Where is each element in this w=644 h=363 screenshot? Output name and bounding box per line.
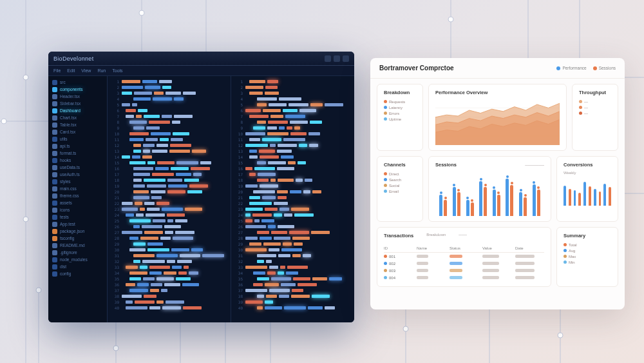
summary-card: Summary TotalAvgMaxMin (556, 227, 618, 287)
menu-item[interactable]: View (81, 68, 91, 73)
bar[interactable] (533, 184, 536, 217)
card-title: Throughput (579, 90, 611, 95)
list-item[interactable]: Direct (384, 171, 416, 177)
minimize-icon[interactable] (325, 55, 331, 62)
bar[interactable] (569, 189, 571, 206)
table-row[interactable]: 002 (384, 260, 544, 267)
table-row[interactable]: 004 (384, 274, 544, 281)
file-tree-item[interactable]: tsconfig (48, 235, 107, 242)
list-item[interactable]: Social (384, 182, 416, 188)
file-tree-item[interactable]: api.ts (48, 142, 107, 150)
file-tree-item[interactable]: App.test (48, 221, 107, 228)
file-tree-item[interactable]: styles (48, 178, 107, 185)
file-tree-item[interactable]: icons (48, 206, 107, 213)
bar[interactable] (583, 182, 586, 206)
list-item[interactable]: Max (564, 253, 611, 259)
file-tree-item[interactable]: useAuth.ts (48, 171, 107, 178)
list-item[interactable]: Requests (384, 99, 416, 104)
list-item[interactable]: Errors (384, 110, 416, 116)
file-tree-item[interactable]: Sidebar.tsx (48, 100, 107, 107)
bar[interactable] (574, 190, 576, 206)
file-tree-item[interactable]: main.css (48, 185, 107, 192)
col-header[interactable]: ID (384, 246, 413, 250)
file-tree-item[interactable]: hooks (48, 157, 107, 164)
menu-item[interactable]: Tools (112, 68, 122, 73)
menu-item[interactable]: File (53, 68, 61, 73)
file-tree-item[interactable]: Chart.tsx (48, 114, 107, 121)
file-tree-item[interactable]: assets (48, 199, 107, 206)
file-tree-item[interactable]: package.json (48, 228, 107, 235)
bar[interactable] (466, 200, 469, 216)
code-line: 38 (231, 293, 354, 299)
file-icon (52, 250, 57, 255)
bar[interactable] (493, 190, 496, 216)
file-tree-item[interactable]: tests (48, 213, 107, 221)
file-tree-item[interactable]: dist (48, 263, 107, 270)
file-tree-item[interactable]: Header.tsx (48, 93, 107, 100)
list-item[interactable]: Latency (384, 104, 416, 110)
bar[interactable] (471, 202, 474, 216)
list-item[interactable]: Total (564, 242, 611, 248)
bar[interactable] (537, 190, 540, 216)
file-tree-item[interactable]: useData.ts (48, 164, 107, 171)
conversions-bar-chart[interactable] (564, 175, 611, 206)
bar[interactable] (519, 192, 522, 216)
bar[interactable] (564, 186, 566, 206)
file-tree-item[interactable]: format.ts (48, 150, 107, 157)
bar[interactable] (453, 187, 456, 216)
bar[interactable] (479, 181, 482, 216)
legend-item[interactable]: Performance (556, 66, 586, 70)
file-tree-item[interactable]: components (48, 86, 107, 93)
close-icon[interactable] (343, 55, 349, 62)
file-tree-item[interactable]: node_modules (48, 256, 107, 263)
bar[interactable] (439, 195, 442, 216)
menu-item[interactable]: Edit (67, 68, 75, 73)
bar[interactable] (599, 191, 601, 206)
bar[interactable] (609, 187, 611, 206)
bar[interactable] (524, 197, 527, 216)
bar[interactable] (594, 189, 596, 206)
code-line: 14 (231, 154, 354, 160)
file-tree-item[interactable]: Dashboard (48, 107, 107, 114)
list-item[interactable]: Min (564, 259, 611, 265)
list-item[interactable]: Search (384, 177, 416, 182)
menu-item[interactable]: Run (97, 68, 106, 73)
col-header[interactable]: Date (515, 246, 544, 250)
file-tree-item[interactable]: Card.tsx (48, 128, 107, 135)
bar[interactable] (578, 193, 581, 206)
bar[interactable] (497, 195, 500, 216)
sessions-bar-chart[interactable] (435, 171, 544, 216)
list-item[interactable]: Uptime (384, 116, 416, 122)
file-tree-item[interactable]: .gitignore (48, 249, 107, 256)
code-pane-left[interactable]: 1234567891011121314151617181920212223242… (108, 76, 231, 322)
col-header[interactable]: Value (482, 246, 511, 250)
file-tree-item[interactable]: config (48, 270, 107, 277)
editor-titlebar[interactable]: BioDevelonnet (48, 52, 354, 66)
bar[interactable] (589, 186, 591, 206)
file-tree-item[interactable]: src (48, 79, 107, 86)
dot-icon (384, 172, 387, 175)
file-tree-item[interactable]: utils (48, 135, 107, 142)
col-header[interactable]: Name (417, 246, 446, 250)
bar[interactable] (506, 179, 509, 216)
bar[interactable] (457, 192, 460, 216)
bar[interactable] (484, 187, 487, 216)
bar[interactable] (510, 185, 513, 216)
table-row[interactable]: 001 (384, 253, 544, 260)
area-chart[interactable] (435, 99, 560, 145)
maximize-icon[interactable] (334, 55, 340, 62)
list-item[interactable]: Avg (564, 248, 611, 253)
table-row[interactable]: 003 (384, 267, 544, 274)
file-tree-item[interactable]: theme.css (48, 192, 107, 199)
svg-point-24 (558, 333, 563, 338)
file-tree-item[interactable]: Table.tsx (48, 121, 107, 128)
col-header[interactable]: Status (450, 246, 478, 250)
code-pane-right[interactable]: 1234567891011121314151617181920212223242… (231, 76, 354, 322)
legend-item[interactable]: Sessions (593, 66, 616, 70)
bar[interactable] (444, 200, 447, 216)
bar-group (439, 173, 447, 216)
file-tree-item[interactable]: README.md (48, 242, 107, 249)
list-item[interactable]: Email (384, 188, 416, 194)
file-explorer[interactable]: srccomponentsHeader.tsxSidebar.tsxDashbo… (48, 76, 108, 322)
bar[interactable] (603, 184, 606, 206)
